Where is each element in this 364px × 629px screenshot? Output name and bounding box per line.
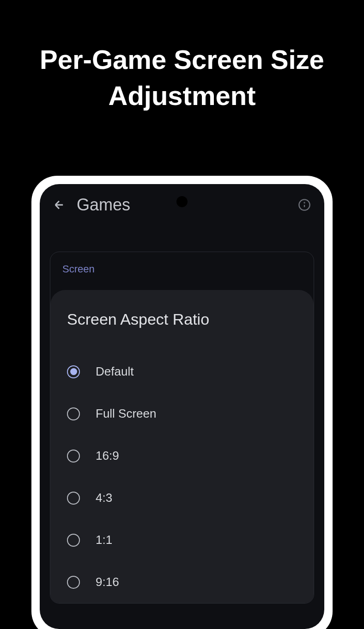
phone-frame: Games Screen Screen Aspect Ratio De: [31, 176, 333, 629]
radio-option-1-1[interactable]: 1:1: [67, 519, 297, 561]
svg-point-2: [304, 203, 304, 203]
aspect-ratio-dialog: Screen Aspect Ratio Default Full Screen: [50, 290, 314, 603]
radio-button: [67, 407, 80, 420]
camera-notch: [176, 196, 188, 207]
radio-button: [67, 450, 80, 462]
radio-list: Default Full Screen 16:9 4:3: [67, 351, 297, 603]
promo-headline: Per-Game Screen Size Adjustment: [0, 0, 364, 114]
dialog-title: Screen Aspect Ratio: [67, 310, 297, 328]
content-area: Screen Screen Aspect Ratio Default Full …: [40, 224, 324, 604]
phone-screen: Games Screen Screen Aspect Ratio De: [40, 184, 324, 629]
radio-option-16-9[interactable]: 16:9: [67, 435, 297, 477]
radio-label: 16:9: [96, 449, 119, 463]
section-card: Screen Screen Aspect Ratio Default Full …: [50, 252, 314, 604]
radio-button: [67, 492, 80, 505]
radio-option-4-3[interactable]: 4:3: [67, 477, 297, 519]
radio-label: Default: [96, 364, 133, 379]
radio-label: 4:3: [96, 491, 112, 505]
radio-option-fullscreen[interactable]: Full Screen: [67, 393, 297, 435]
back-icon[interactable]: [53, 198, 66, 211]
radio-option-default[interactable]: Default: [67, 351, 297, 393]
radio-option-9-16[interactable]: 9:16: [67, 561, 297, 603]
section-label: Screen: [50, 263, 314, 286]
radio-label: Full Screen: [96, 407, 157, 421]
radio-button: [67, 576, 80, 589]
radio-button: [67, 365, 80, 378]
radio-button: [67, 534, 80, 547]
radio-label: 9:16: [96, 575, 119, 589]
radio-label: 1:1: [96, 533, 112, 547]
info-icon[interactable]: [297, 198, 311, 212]
